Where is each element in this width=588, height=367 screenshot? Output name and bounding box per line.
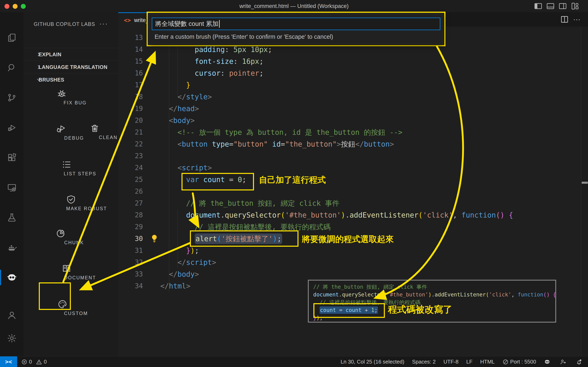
split-editor-icon[interactable] (560, 15, 569, 24)
eol-setting[interactable]: LF (466, 359, 472, 365)
cursor-position[interactable]: Ln 30, Col 25 (16 selected) (341, 359, 404, 365)
sidebar-more-actions-icon[interactable]: ··· (99, 20, 108, 27)
brush-debug[interactable]: DEBUG (56, 124, 93, 141)
line-number: 14 (118, 44, 143, 55)
code-line-33[interactable]: 33 </body> (118, 268, 580, 280)
text-cursor (219, 20, 220, 28)
activity-test-beaker-icon[interactable] (0, 207, 24, 228)
count-line-highlight-box (313, 303, 385, 318)
code-line-19[interactable]: 19 </head> (118, 103, 580, 115)
activity-remote-explorer-icon[interactable] (0, 177, 24, 198)
line-content: </html> (160, 280, 190, 292)
line-number: 13 (118, 32, 143, 44)
line-number: 19 (118, 103, 143, 115)
code-line-17[interactable]: 17 } (118, 79, 580, 91)
code-line-21[interactable]: 21 <!-- 放一個 type 為 button, id 是 the_butt… (118, 126, 580, 138)
code-line-28[interactable]: 28 document.querySelector('#the_button')… (118, 209, 580, 221)
problems-indicator[interactable]: 0 (21, 359, 32, 365)
brush-chunk[interactable]: CHUNK (56, 229, 93, 245)
layout-panel-icon[interactable] (546, 2, 555, 11)
brush-label: LIST STEPS (62, 171, 98, 176)
active-indicator (0, 270, 1, 285)
activity-files-icon[interactable] (0, 27, 24, 48)
line-number: 25 (118, 174, 143, 185)
remote-icon: >< (5, 359, 12, 365)
code-line-23[interactable]: 23 (118, 150, 580, 162)
activity-copilot-labs-icon[interactable] (0, 267, 24, 288)
shield-check-icon (66, 194, 103, 204)
code-line-15[interactable]: 15 font-size: 16px; (118, 55, 580, 67)
custom-brush-popup-highlight-box: 將全域變數 count 累加 Enter a custom brush (Pre… (147, 12, 445, 46)
activity-extensions-icon[interactable] (0, 147, 24, 168)
section-explain[interactable]: EXPLAIN (24, 48, 118, 61)
line-number: 23 (118, 150, 143, 162)
code-line-32[interactable]: 32 </script> (118, 257, 580, 268)
remote-indicator[interactable]: >< (0, 356, 17, 367)
feedback-icon[interactable] (560, 359, 568, 365)
activity-run-debug-icon[interactable] (0, 117, 24, 138)
brush-make-robust[interactable]: MAKE ROBUST (66, 194, 103, 211)
section-label: BRUSHES (39, 77, 64, 83)
open-book-icon (62, 264, 98, 273)
code-line-31[interactable]: 31 }); (118, 245, 580, 257)
line-number: 16 (118, 67, 143, 79)
brush-fix-bug[interactable]: FIX BUG (57, 89, 94, 106)
activity-docker-icon[interactable] (0, 237, 24, 258)
line-content: </script> (160, 257, 216, 268)
line-content: </style> (160, 91, 212, 103)
layout-custom-icon[interactable] (571, 2, 579, 11)
line-content: document.querySelector('#the_button').ad… (160, 209, 513, 221)
brush-document[interactable]: DOCUMENT (62, 264, 98, 281)
line-number: 20 (118, 115, 143, 126)
layout-sidebar-right-icon[interactable] (558, 2, 567, 11)
warnings-indicator[interactable]: 0 (36, 359, 47, 365)
line-number: 32 (118, 257, 143, 268)
port-label: Port : 5500 (510, 359, 536, 365)
code-line-18[interactable]: 18 </style> (118, 91, 580, 103)
notifications-bell-icon[interactable] (576, 359, 584, 365)
live-server-port[interactable]: Port : 5500 (502, 359, 536, 365)
line-number: 21 (118, 126, 143, 138)
encoding-setting[interactable]: UTF-8 (443, 359, 458, 365)
code-line-16[interactable]: 16 cursor: pointer; (118, 67, 580, 79)
copilot-status-icon[interactable] (544, 359, 552, 365)
custom-brush-highlight-box (39, 282, 71, 310)
list-icon (62, 160, 98, 169)
quick-fix-lightbulb-icon[interactable] (150, 234, 159, 243)
activity-source-control-icon[interactable] (0, 87, 24, 108)
line-number: 18 (118, 91, 143, 103)
custom-brush-input[interactable]: 將全域變數 count 累加 (152, 17, 440, 30)
chevron-right-icon (30, 64, 36, 70)
line-number: 34 (118, 280, 143, 292)
line-number: 31 (118, 245, 143, 257)
line-number: 29 (118, 221, 143, 233)
section-brushes[interactable]: BRUSHES (24, 73, 118, 86)
line-content: font-size: 16px; (160, 55, 264, 67)
activity-account-icon[interactable] (0, 305, 24, 325)
warning-count: 0 (44, 359, 47, 365)
pie-chart-icon (56, 229, 93, 238)
activity-settings-gear-icon[interactable] (0, 328, 24, 349)
activity-search-icon[interactable] (0, 58, 24, 78)
snippet-line-2: document.querySelector('#the_button').ad… (313, 291, 556, 299)
minimap[interactable] (581, 26, 588, 356)
line-number: 15 (118, 55, 143, 67)
code-line-20[interactable]: 20 <body> (118, 115, 580, 126)
minimap-slider[interactable] (582, 182, 588, 184)
chevron-right-icon (30, 51, 36, 58)
line-content: cursor: pointer; (160, 67, 264, 79)
line-content: <script> (160, 162, 212, 174)
line-content: </body> (160, 268, 199, 280)
layout-sidebar-left-icon[interactable] (534, 2, 543, 11)
code-line-29[interactable]: 29 // 這裡是按鈕被點擊後, 要執行的程式碼 (118, 221, 580, 233)
code-line-24[interactable]: 24 <script> (118, 162, 580, 174)
editor-more-actions-icon[interactable]: ··· (573, 15, 582, 24)
indentation-setting[interactable]: Spaces: 2 (412, 359, 436, 365)
code-line-22[interactable]: 22 <button type="button" id="the_button"… (118, 138, 580, 150)
snippet-line-1: // 將 the_button 按鈕, 綁定 click 事件 (313, 283, 427, 291)
section-language-translation[interactable]: LANGUAGE TRANSLATION (24, 60, 118, 73)
language-mode[interactable]: HTML (480, 359, 495, 365)
brush-list-steps[interactable]: LIST STEPS (62, 160, 98, 176)
brush-label: CUSTOM (58, 311, 94, 316)
code-line-27[interactable]: 27 // 將 the_button 按鈕, 綁定 click 事件 (118, 197, 580, 209)
